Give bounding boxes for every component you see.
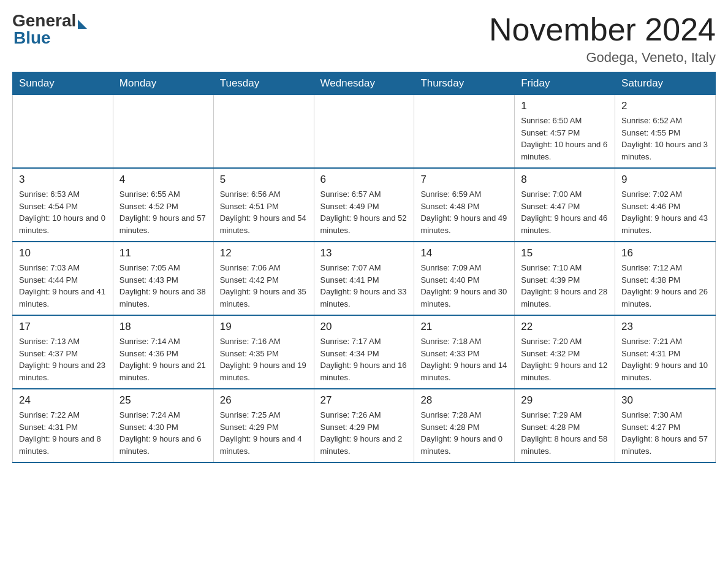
- day-number: 5: [220, 174, 308, 186]
- calendar-cell: 10Sunrise: 7:03 AM Sunset: 4:44 PM Dayli…: [13, 242, 113, 315]
- calendar-week-row: 1Sunrise: 6:50 AM Sunset: 4:57 PM Daylig…: [13, 95, 716, 169]
- day-info: Sunrise: 7:22 AM Sunset: 4:31 PM Dayligh…: [19, 409, 107, 457]
- day-of-week-header: Saturday: [615, 72, 716, 95]
- day-number: 7: [420, 174, 508, 186]
- day-number: 14: [420, 247, 508, 259]
- calendar-table: SundayMondayTuesdayWednesdayThursdayFrid…: [12, 72, 716, 463]
- day-info: Sunrise: 7:02 AM Sunset: 4:46 PM Dayligh…: [621, 188, 709, 236]
- calendar-cell: [113, 95, 213, 169]
- calendar-cell: 20Sunrise: 7:17 AM Sunset: 4:34 PM Dayli…: [314, 315, 414, 389]
- day-info: Sunrise: 7:07 AM Sunset: 4:41 PM Dayligh…: [320, 262, 408, 310]
- calendar-cell: 4Sunrise: 6:55 AM Sunset: 4:52 PM Daylig…: [113, 168, 213, 242]
- day-info: Sunrise: 7:18 AM Sunset: 4:33 PM Dayligh…: [420, 335, 508, 383]
- calendar-header: SundayMondayTuesdayWednesdayThursdayFrid…: [13, 72, 716, 95]
- day-number: 25: [119, 394, 207, 407]
- calendar-cell: 12Sunrise: 7:06 AM Sunset: 4:42 PM Dayli…: [213, 242, 314, 315]
- day-number: 12: [220, 247, 308, 259]
- calendar-cell: 30Sunrise: 7:30 AM Sunset: 4:27 PM Dayli…: [615, 389, 716, 462]
- day-number: 19: [220, 321, 308, 333]
- calendar-cell: 8Sunrise: 7:00 AM Sunset: 4:47 PM Daylig…: [515, 168, 615, 242]
- calendar-cell: 23Sunrise: 7:21 AM Sunset: 4:31 PM Dayli…: [615, 315, 716, 389]
- page-header: General Blue November 2024 Godega, Venet…: [12, 12, 716, 66]
- day-info: Sunrise: 7:20 AM Sunset: 4:32 PM Dayligh…: [521, 335, 609, 383]
- day-of-week-header: Monday: [113, 72, 213, 95]
- day-info: Sunrise: 6:55 AM Sunset: 4:52 PM Dayligh…: [119, 188, 207, 236]
- calendar-week-row: 17Sunrise: 7:13 AM Sunset: 4:37 PM Dayli…: [13, 315, 716, 389]
- calendar-cell: [314, 95, 414, 169]
- day-info: Sunrise: 7:16 AM Sunset: 4:35 PM Dayligh…: [220, 335, 308, 383]
- day-number: 13: [320, 247, 408, 259]
- day-info: Sunrise: 6:59 AM Sunset: 4:48 PM Dayligh…: [420, 188, 508, 236]
- title-section: November 2024 Godega, Veneto, Italy: [489, 12, 716, 66]
- day-number: 1: [521, 100, 609, 112]
- day-number: 9: [621, 174, 709, 186]
- page-title: November 2024: [489, 12, 716, 47]
- day-number: 24: [19, 394, 107, 407]
- calendar-cell: 9Sunrise: 7:02 AM Sunset: 4:46 PM Daylig…: [615, 168, 716, 242]
- calendar-cell: 11Sunrise: 7:05 AM Sunset: 4:43 PM Dayli…: [113, 242, 213, 315]
- calendar-cell: [13, 95, 113, 169]
- day-number: 28: [420, 394, 508, 407]
- day-info: Sunrise: 7:21 AM Sunset: 4:31 PM Dayligh…: [621, 335, 709, 383]
- day-of-week-header: Friday: [515, 72, 615, 95]
- calendar-cell: 17Sunrise: 7:13 AM Sunset: 4:37 PM Dayli…: [13, 315, 113, 389]
- calendar-cell: 21Sunrise: 7:18 AM Sunset: 4:33 PM Dayli…: [414, 315, 515, 389]
- calendar-cell: 3Sunrise: 6:53 AM Sunset: 4:54 PM Daylig…: [13, 168, 113, 242]
- calendar-body: 1Sunrise: 6:50 AM Sunset: 4:57 PM Daylig…: [13, 95, 716, 463]
- day-info: Sunrise: 6:57 AM Sunset: 4:49 PM Dayligh…: [320, 188, 408, 236]
- day-number: 4: [119, 174, 207, 186]
- day-info: Sunrise: 7:29 AM Sunset: 4:28 PM Dayligh…: [521, 409, 609, 457]
- calendar-cell: 1Sunrise: 6:50 AM Sunset: 4:57 PM Daylig…: [515, 95, 615, 169]
- day-number: 23: [621, 321, 709, 333]
- location-text: Godega, Veneto, Italy: [489, 50, 716, 66]
- day-info: Sunrise: 6:50 AM Sunset: 4:57 PM Dayligh…: [521, 115, 609, 163]
- day-info: Sunrise: 7:17 AM Sunset: 4:34 PM Dayligh…: [320, 335, 408, 383]
- day-of-week-header: Sunday: [13, 72, 113, 95]
- logo-general-text: General: [12, 12, 76, 29]
- day-info: Sunrise: 7:25 AM Sunset: 4:29 PM Dayligh…: [220, 409, 308, 457]
- day-info: Sunrise: 7:00 AM Sunset: 4:47 PM Dayligh…: [521, 188, 609, 236]
- calendar-cell: [414, 95, 515, 169]
- day-number: 15: [521, 247, 609, 259]
- day-number: 2: [621, 100, 709, 112]
- day-number: 8: [521, 174, 609, 186]
- day-number: 22: [521, 321, 609, 333]
- calendar-cell: 13Sunrise: 7:07 AM Sunset: 4:41 PM Dayli…: [314, 242, 414, 315]
- calendar-cell: 27Sunrise: 7:26 AM Sunset: 4:29 PM Dayli…: [314, 389, 414, 462]
- calendar-cell: 28Sunrise: 7:28 AM Sunset: 4:28 PM Dayli…: [414, 389, 515, 462]
- day-info: Sunrise: 7:30 AM Sunset: 4:27 PM Dayligh…: [621, 409, 709, 457]
- day-number: 20: [320, 321, 408, 333]
- day-info: Sunrise: 7:14 AM Sunset: 4:36 PM Dayligh…: [119, 335, 207, 383]
- day-info: Sunrise: 7:10 AM Sunset: 4:39 PM Dayligh…: [521, 262, 609, 310]
- day-number: 6: [320, 174, 408, 186]
- calendar-cell: 15Sunrise: 7:10 AM Sunset: 4:39 PM Dayli…: [515, 242, 615, 315]
- day-info: Sunrise: 7:03 AM Sunset: 4:44 PM Dayligh…: [19, 262, 107, 310]
- calendar-cell: 24Sunrise: 7:22 AM Sunset: 4:31 PM Dayli…: [13, 389, 113, 462]
- day-info: Sunrise: 7:26 AM Sunset: 4:29 PM Dayligh…: [320, 409, 408, 457]
- calendar-cell: 25Sunrise: 7:24 AM Sunset: 4:30 PM Dayli…: [113, 389, 213, 462]
- day-number: 17: [19, 321, 107, 333]
- calendar-cell: 2Sunrise: 6:52 AM Sunset: 4:55 PM Daylig…: [615, 95, 716, 169]
- day-number: 29: [521, 394, 609, 407]
- day-number: 26: [220, 394, 308, 407]
- calendar-cell: 29Sunrise: 7:29 AM Sunset: 4:28 PM Dayli…: [515, 389, 615, 462]
- calendar-cell: [213, 95, 314, 169]
- day-number: 3: [19, 174, 107, 186]
- day-info: Sunrise: 7:05 AM Sunset: 4:43 PM Dayligh…: [119, 262, 207, 310]
- day-info: Sunrise: 7:12 AM Sunset: 4:38 PM Dayligh…: [621, 262, 709, 310]
- calendar-cell: 22Sunrise: 7:20 AM Sunset: 4:32 PM Dayli…: [515, 315, 615, 389]
- calendar-week-row: 3Sunrise: 6:53 AM Sunset: 4:54 PM Daylig…: [13, 168, 716, 242]
- calendar-week-row: 10Sunrise: 7:03 AM Sunset: 4:44 PM Dayli…: [13, 242, 716, 315]
- day-number: 21: [420, 321, 508, 333]
- day-info: Sunrise: 7:24 AM Sunset: 4:30 PM Dayligh…: [119, 409, 207, 457]
- day-info: Sunrise: 6:53 AM Sunset: 4:54 PM Dayligh…: [19, 188, 107, 236]
- day-info: Sunrise: 6:52 AM Sunset: 4:55 PM Dayligh…: [621, 115, 709, 163]
- calendar-cell: 5Sunrise: 6:56 AM Sunset: 4:51 PM Daylig…: [213, 168, 314, 242]
- calendar-cell: 26Sunrise: 7:25 AM Sunset: 4:29 PM Dayli…: [213, 389, 314, 462]
- day-of-week-header: Wednesday: [314, 72, 414, 95]
- day-info: Sunrise: 6:56 AM Sunset: 4:51 PM Dayligh…: [220, 188, 308, 236]
- calendar-week-row: 24Sunrise: 7:22 AM Sunset: 4:31 PM Dayli…: [13, 389, 716, 462]
- calendar-cell: 14Sunrise: 7:09 AM Sunset: 4:40 PM Dayli…: [414, 242, 515, 315]
- day-info: Sunrise: 7:06 AM Sunset: 4:42 PM Dayligh…: [220, 262, 308, 310]
- calendar-cell: 6Sunrise: 6:57 AM Sunset: 4:49 PM Daylig…: [314, 168, 414, 242]
